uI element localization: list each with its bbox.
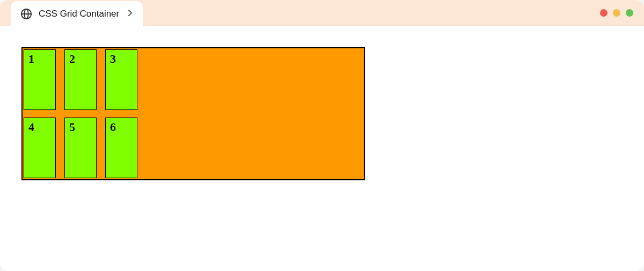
grid-item-4: 4	[24, 118, 56, 178]
content-area: 1 2 3 4 5 6	[0, 26, 644, 180]
window-controls	[600, 9, 633, 17]
grid-item-2: 2	[64, 49, 97, 110]
grid-item-5: 5	[64, 118, 97, 178]
title-bar: CSS Grid Container	[0, 0, 644, 26]
close-button[interactable]	[600, 9, 608, 17]
grid-item-1: 1	[24, 49, 56, 110]
grid-item-6: 6	[105, 118, 137, 178]
maximize-button[interactable]	[626, 9, 633, 17]
chevron-right-icon	[128, 9, 133, 19]
minimize-button[interactable]	[613, 9, 620, 17]
grid-item-3: 3	[105, 49, 137, 110]
window: CSS Grid Container 1 2 3 4 5 6	[0, 0, 644, 271]
grid-container: 1 2 3 4 5 6	[21, 47, 365, 180]
browser-tab[interactable]: CSS Grid Container	[11, 1, 143, 27]
globe-icon	[20, 8, 32, 20]
tab-title: CSS Grid Container	[39, 9, 119, 19]
